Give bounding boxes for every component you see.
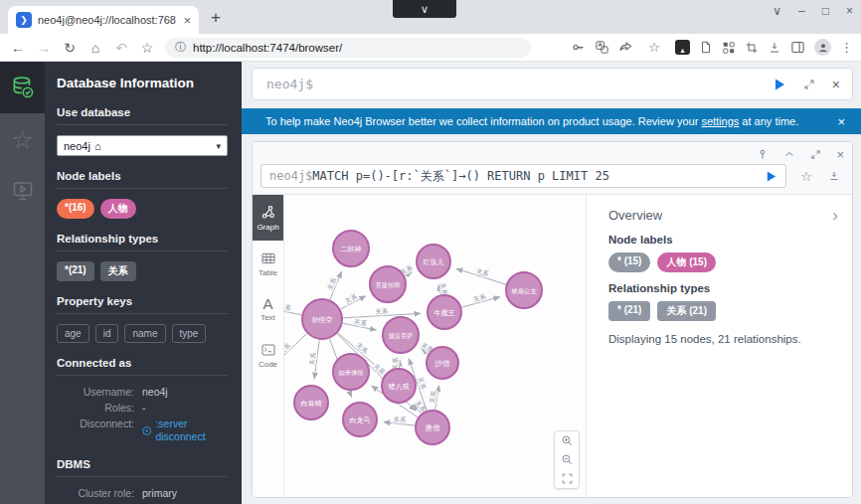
property-key-type[interactable]: type bbox=[172, 324, 207, 343]
screenshare-overlay-chevron-button[interactable]: ∨ bbox=[393, 0, 456, 18]
overview-node-pill-all[interactable]: * (15) bbox=[608, 252, 650, 272]
graph-canvas[interactable]: 关系关系关系关系关系关系关系关系关系关系关系关系关系关系关系关系关系关系关系关系… bbox=[284, 195, 586, 497]
overview-node-pill-renwu[interactable]: 人物 (15) bbox=[657, 252, 716, 272]
relationship-types-heading: Relationship types bbox=[57, 233, 228, 245]
tab-close-icon[interactable]: × bbox=[183, 14, 191, 27]
banner-close-icon[interactable]: × bbox=[837, 114, 845, 129]
undo-icon[interactable]: ↶ bbox=[109, 41, 133, 55]
extension-dark-icon[interactable]: ▴ bbox=[675, 40, 690, 55]
share-icon[interactable] bbox=[618, 40, 633, 55]
browser-toolbar: ← → ↻ ⌂ ↶ ☆ ⓘ http://localhost:7474/brow… bbox=[0, 34, 861, 62]
view-tab-table[interactable]: Table bbox=[253, 241, 283, 286]
cluster-role-value: primary bbox=[142, 487, 177, 500]
view-tab-graph-label: Graph bbox=[257, 223, 278, 232]
editor-prompt[interactable]: neo4j$ bbox=[253, 77, 773, 91]
settings-link[interactable]: settings bbox=[701, 115, 739, 127]
url-bar[interactable]: ⓘ http://localhost:7474/browser/ bbox=[165, 38, 531, 58]
neo4j-main-area: neo4j$ × To help make Neo4j Browser bett… bbox=[242, 62, 861, 504]
site-info-icon[interactable]: ⓘ bbox=[175, 40, 186, 55]
graph-edge-label: 关系 bbox=[472, 292, 487, 303]
sidebar-toggle-icon[interactable] bbox=[790, 40, 805, 55]
graph-view-icon bbox=[260, 205, 276, 221]
overview-rel-pill-guanxi[interactable]: 关系 (21) bbox=[657, 301, 716, 321]
panel-title: Database Information bbox=[57, 76, 228, 90]
new-tab-button[interactable]: + bbox=[211, 8, 221, 28]
window-menu-chevron-icon[interactable]: ∨ bbox=[773, 4, 781, 18]
view-tab-code[interactable]: Code bbox=[253, 332, 283, 378]
chevron-right-icon[interactable]: › bbox=[832, 207, 838, 224]
graph-node-label: 二郎神 bbox=[341, 246, 362, 253]
home-button[interactable]: ⌂ bbox=[84, 41, 107, 55]
graph-node-label: 牛魔王 bbox=[434, 309, 455, 317]
graph-node-label: 观音菩萨 bbox=[388, 332, 413, 340]
window-close-button[interactable]: × bbox=[846, 4, 853, 18]
graph-edge-label: 关系 bbox=[475, 267, 490, 279]
crop-screenshot-icon[interactable] bbox=[745, 41, 759, 55]
graph-edge-label: 关系 bbox=[375, 307, 389, 316]
rel-type-pill-guanxi[interactable]: 关系 bbox=[100, 261, 136, 281]
property-key-age[interactable]: age bbox=[57, 324, 89, 343]
document-extension-icon[interactable] bbox=[699, 40, 713, 55]
dbms-heading: DBMS bbox=[57, 458, 228, 470]
overview-rel-pill-all[interactable]: * (21) bbox=[608, 301, 650, 321]
run-query-play-button[interactable] bbox=[773, 78, 786, 91]
zoom-in-icon[interactable] bbox=[561, 434, 574, 447]
view-tab-text[interactable]: A Text bbox=[253, 286, 283, 332]
property-key-id[interactable]: id bbox=[95, 324, 119, 343]
collapse-frame-icon[interactable] bbox=[783, 148, 795, 160]
executed-query-bar[interactable]: neo4j$ MATCH p=()-[r:`关系`]→() RETURN p L… bbox=[260, 164, 786, 188]
view-tab-code-label: Code bbox=[258, 360, 277, 369]
pin-frame-icon[interactable] bbox=[757, 148, 769, 160]
server-disconnect-link[interactable]: :server disconnect bbox=[155, 418, 228, 443]
chevron-down-icon: ▾ bbox=[216, 141, 221, 151]
graph-edge[interactable] bbox=[284, 333, 307, 370]
reload-button[interactable]: ↻ bbox=[58, 41, 82, 55]
overview-rel-heading: Relationship types bbox=[608, 282, 838, 294]
graph-edge-label: 关系 bbox=[354, 341, 369, 356]
roles-value: - bbox=[142, 402, 146, 415]
translate-icon[interactable] bbox=[595, 40, 609, 55]
profile-avatar[interactable] bbox=[814, 39, 831, 56]
view-tab-graph[interactable]: Graph bbox=[253, 195, 283, 241]
back-button[interactable]: ← bbox=[6, 41, 30, 55]
window-minimize-button[interactable]: – bbox=[798, 4, 805, 18]
cypher-editor[interactable]: neo4j$ × bbox=[252, 68, 853, 100]
rail-favorites-tab[interactable]: ☆ bbox=[0, 113, 45, 165]
view-tab-table-label: Table bbox=[258, 268, 277, 277]
bookmark-star-icon[interactable]: ☆ bbox=[135, 41, 159, 55]
rel-type-pill-all[interactable]: *(21) bbox=[57, 261, 94, 281]
database-select[interactable]: neo4j ⌂ ▾ bbox=[57, 135, 228, 156]
rail-database-tab[interactable] bbox=[0, 62, 45, 113]
node-label-pill-all[interactable]: *(16) bbox=[57, 199, 94, 219]
close-frame-icon[interactable]: × bbox=[836, 148, 844, 161]
forward-button[interactable]: → bbox=[32, 41, 56, 55]
rerun-query-play-button[interactable] bbox=[765, 170, 777, 183]
use-database-heading: Use database bbox=[57, 106, 228, 118]
grid-extension-icon[interactable] bbox=[722, 41, 736, 55]
window-maximize-button[interactable]: □ bbox=[822, 4, 829, 18]
browser-menu-icon[interactable]: ⋮ bbox=[840, 40, 853, 55]
graph-node-label: 白龙马 bbox=[350, 417, 371, 424]
graph-node-label: 菩提祖师 bbox=[375, 281, 400, 289]
property-key-name[interactable]: name bbox=[124, 324, 165, 343]
rail-guides-tab[interactable] bbox=[0, 165, 45, 217]
zoom-out-icon[interactable] bbox=[561, 453, 574, 466]
download-icon[interactable] bbox=[768, 41, 781, 55]
graph-visualization[interactable]: 关系关系关系关系关系关系关系关系关系关系关系关系关系关系关系关系关系关系关系关系… bbox=[284, 195, 586, 497]
node-label-pill-renwu[interactable]: 人物 bbox=[100, 199, 136, 219]
download-result-icon[interactable] bbox=[828, 170, 840, 182]
zoom-fit-icon[interactable] bbox=[561, 472, 574, 485]
close-editor-icon[interactable]: × bbox=[832, 78, 840, 91]
password-key-icon[interactable] bbox=[571, 40, 586, 55]
expand-frame-icon[interactable] bbox=[810, 149, 821, 160]
graph-edge-label: 关系 bbox=[353, 317, 368, 328]
favorite-star-icon[interactable]: ☆ bbox=[642, 41, 666, 54]
neo4j-favicon-icon: ❯ bbox=[16, 12, 32, 28]
overview-status-text: Displaying 15 nodes, 21 relationships. bbox=[608, 333, 838, 345]
disconnect-label: Disconnect: bbox=[57, 418, 134, 443]
browser-tab[interactable]: ❯ neo4j@neo4j://localhost:768 × bbox=[8, 6, 199, 34]
overview-panel: Overview › Node labels * (15) 人物 (15) Re… bbox=[586, 195, 852, 497]
favorite-query-star-icon[interactable]: ☆ bbox=[800, 169, 812, 184]
banner-text-post: at any time. bbox=[739, 115, 798, 127]
expand-editor-icon[interactable] bbox=[803, 79, 815, 90]
